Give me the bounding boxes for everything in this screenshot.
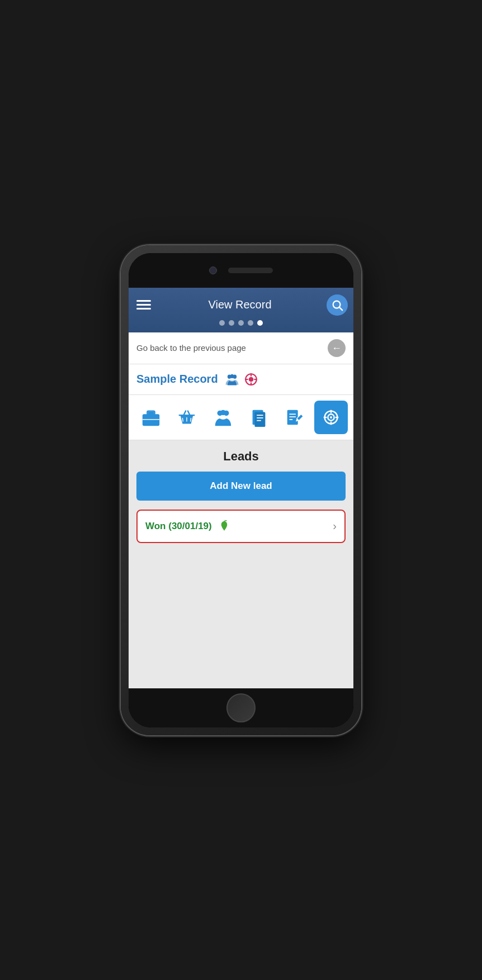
back-arrow-icon: ← [332, 343, 342, 353]
camera-dot [209, 267, 217, 274]
contacts-icon [212, 407, 234, 428]
phone-device: View Record [121, 245, 361, 735]
lead-item-left: Won (30/01/19) [145, 520, 231, 533]
svg-point-20 [220, 410, 226, 415]
contacts-toolbar-button[interactable] [206, 401, 240, 434]
phone-top-bar [129, 253, 353, 288]
basket-toolbar-button[interactable] [170, 401, 204, 434]
svg-point-6 [248, 377, 253, 382]
documents-icon [248, 407, 270, 428]
dot-1 [219, 320, 225, 326]
svg-rect-22 [255, 412, 266, 427]
lead-item[interactable]: Won (30/01/19) › [136, 510, 346, 543]
main-content: Leads Add New lead Won (30/01/19) › [129, 440, 353, 688]
briefcase-toolbar-button[interactable] [134, 401, 168, 434]
menu-line-3 [136, 308, 151, 310]
dot-2 [229, 320, 234, 326]
search-icon [331, 299, 343, 311]
svg-rect-26 [287, 410, 298, 425]
home-button[interactable] [226, 693, 256, 722]
svg-line-17 [191, 417, 191, 421]
lead-item-chevron: › [333, 520, 337, 532]
page-title: View Record [208, 298, 271, 311]
menu-line-2 [136, 304, 151, 306]
chili-icon [218, 520, 231, 533]
svg-point-32 [330, 416, 332, 418]
app-header: View Record [129, 288, 353, 332]
svg-point-4 [230, 374, 234, 378]
briefcase-icon [140, 407, 162, 428]
record-icons-group [225, 372, 258, 387]
basket-icon [176, 407, 197, 428]
documents-toolbar-button[interactable] [242, 401, 276, 434]
add-new-lead-button[interactable]: Add New lead [136, 472, 346, 501]
section-title: Leads [136, 449, 346, 464]
svg-line-15 [183, 417, 183, 421]
dot-3 [238, 320, 244, 326]
menu-line-1 [136, 300, 151, 302]
people-group-icon [225, 372, 239, 387]
speaker-grille [228, 268, 273, 273]
dot-5-active [257, 320, 263, 326]
svg-rect-11 [143, 414, 159, 426]
header-row: View Record [134, 294, 348, 316]
record-title-bar: Sample Record [129, 364, 353, 395]
dot-4 [248, 320, 253, 326]
page-indicator-dots [134, 320, 348, 328]
target-toolbar-button[interactable] [314, 401, 348, 434]
target-toolbar-icon [320, 407, 342, 428]
search-button[interactable] [327, 294, 348, 316]
lead-status-text: Won (30/01/19) [145, 521, 212, 532]
nav-bar: Go back to the previous page ← [129, 332, 353, 364]
phone-bottom-bar [129, 688, 353, 727]
toolbar [129, 395, 353, 440]
back-nav-text: Go back to the previous page [136, 343, 246, 353]
back-button[interactable]: ← [328, 339, 346, 357]
menu-button[interactable] [134, 298, 153, 312]
svg-rect-13 [148, 411, 154, 414]
svg-line-1 [339, 307, 342, 310]
target-icon [244, 372, 258, 387]
record-name-label: Sample Record [136, 373, 218, 386]
app-screen: View Record [129, 288, 353, 688]
phone-screen-container: View Record [129, 253, 353, 727]
edit-doc-toolbar-button[interactable] [278, 401, 311, 434]
edit-doc-icon [284, 407, 305, 428]
